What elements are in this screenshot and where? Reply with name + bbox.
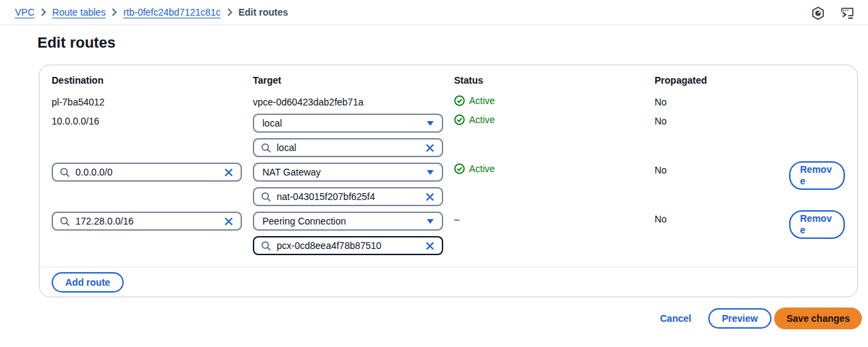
route3-destination-input[interactable] — [75, 167, 218, 178]
breadcrumb-vpc[interactable]: VPC — [15, 7, 35, 18]
route4-remove-button[interactable]: Remove — [789, 210, 845, 239]
route4-status: – — [454, 214, 459, 225]
card-footer-divider — [39, 267, 857, 267]
routes-card: Destination Target Status Propagated pl-… — [39, 65, 858, 297]
route4-target-search-input[interactable] — [277, 240, 419, 251]
search-icon — [261, 143, 271, 153]
cloudshell-terminal-icon[interactable] — [840, 6, 854, 20]
route3-status: Active — [454, 163, 495, 174]
chevron-down-icon — [427, 170, 434, 175]
clear-x-icon[interactable] — [224, 216, 234, 227]
clear-x-icon[interactable] — [425, 143, 435, 153]
route3-status-label: Active — [469, 163, 495, 174]
chevron-right-icon — [227, 8, 232, 16]
route1-status: Active — [454, 95, 495, 106]
breadcrumb-route-tables[interactable]: Route tables — [52, 7, 106, 18]
add-route-button[interactable]: Add route — [52, 272, 124, 293]
column-header-propagated: Propagated — [655, 75, 707, 86]
chevron-down-icon — [427, 121, 434, 126]
route3-propagated: No — [655, 165, 667, 176]
route1-status-label: Active — [469, 95, 495, 106]
route3-target-select[interactable]: NAT Gateway — [253, 163, 443, 182]
route4-destination-input[interactable] — [75, 216, 218, 227]
route2-target-select-value: local — [262, 118, 282, 129]
route2-status-label: Active — [469, 114, 495, 125]
column-header-status: Status — [454, 75, 483, 86]
preview-button[interactable]: Preview — [708, 308, 771, 329]
breadcrumb: VPC Route tables rtb-0fefc24bd7121c81c E… — [15, 7, 288, 18]
chevron-right-icon — [41, 8, 46, 16]
clear-x-icon[interactable] — [425, 192, 435, 202]
topbar-divider — [0, 24, 868, 25]
route1-destination: pl-7ba54012 — [52, 97, 105, 108]
history-hexagon-icon[interactable] — [811, 6, 825, 20]
search-icon — [261, 192, 271, 202]
breadcrumb-route-table-id[interactable]: rtb-0fefc24bd7121c81c — [123, 7, 220, 18]
route2-status: Active — [454, 114, 495, 125]
route4-target-select-value: Peering Connection — [262, 216, 346, 227]
route4-target-select[interactable]: Peering Connection — [253, 212, 443, 231]
route4-propagated: No — [655, 214, 667, 225]
route2-destination: 10.0.0.0/16 — [52, 116, 99, 127]
route1-propagated: No — [655, 97, 667, 108]
route2-target-select[interactable]: local — [253, 114, 443, 133]
save-changes-button[interactable]: Save changes — [774, 308, 862, 329]
route3-target-search-input[interactable] — [277, 191, 419, 202]
column-header-target: Target — [253, 75, 281, 86]
search-icon — [60, 216, 70, 227]
clear-x-icon[interactable] — [224, 167, 234, 178]
route1-target: vpce-0d60423dab2feb71a — [253, 97, 364, 108]
route2-target-search-input[interactable] — [277, 142, 419, 153]
route2-propagated: No — [655, 116, 667, 127]
breadcrumb-current: Edit routes — [239, 7, 288, 18]
route3-target-select-value: NAT Gateway — [262, 167, 321, 178]
route3-destination-field — [52, 163, 242, 182]
cancel-link[interactable]: Cancel — [660, 313, 691, 324]
route4-destination-field — [52, 212, 242, 231]
search-icon — [60, 167, 70, 178]
route3-target-search — [253, 187, 443, 206]
route3-remove-button[interactable]: Remove — [789, 161, 845, 190]
route4-target-search — [253, 236, 443, 255]
page-title: Edit routes — [37, 34, 116, 52]
status-active-icon — [454, 95, 465, 106]
status-active-icon — [454, 163, 465, 174]
route2-target-search — [253, 138, 443, 157]
search-icon — [261, 241, 271, 251]
status-active-icon — [454, 114, 465, 125]
chevron-down-icon — [427, 219, 434, 224]
clear-x-icon[interactable] — [425, 241, 435, 251]
edit-routes-page: VPC Route tables rtb-0fefc24bd7121c81c E… — [0, 0, 868, 347]
column-header-destination: Destination — [52, 75, 103, 86]
topbar-icons — [811, 6, 854, 20]
chevron-right-icon — [111, 8, 117, 16]
